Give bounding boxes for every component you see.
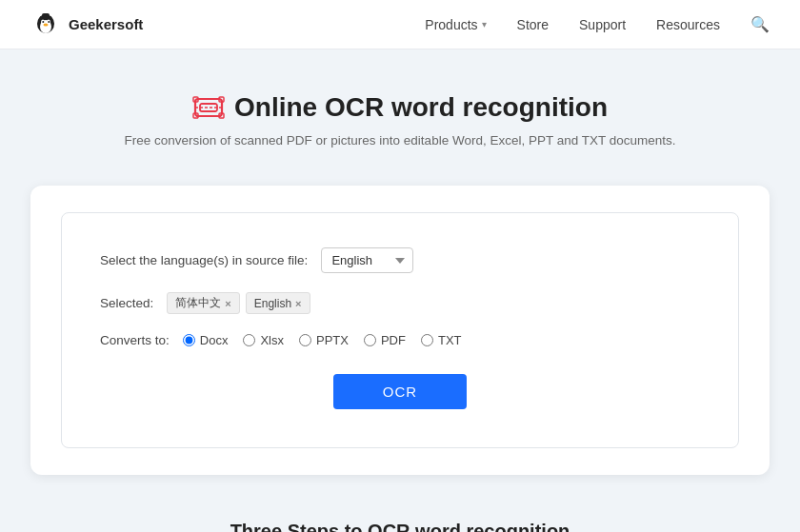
radio-docx[interactable] [183,334,195,346]
format-xlsx[interactable]: Xlsx [243,333,284,347]
logo-avatar [30,10,61,40]
main-card: Select the language(s) in source file: E… [30,186,770,475]
logo-text: Geekersoft [69,16,143,32]
chevron-down-icon: ▾ [482,19,487,30]
format-docx[interactable]: Docx [183,333,229,347]
radio-txt[interactable] [421,334,433,346]
tag-chinese-text: 简体中文 [175,295,221,311]
radio-pptx[interactable] [299,334,311,346]
tag-chinese-close[interactable]: × [225,298,230,309]
navbar: Geekersoft Products ▾ Store Support Reso… [0,0,800,49]
language-select-row: Select the language(s) in source file: E… [100,247,700,273]
tag-english-close[interactable]: × [295,298,301,309]
ocr-button-wrapper: OCR [100,374,700,409]
nav-support[interactable]: Support [579,17,626,32]
tag-english: English × [246,292,310,314]
search-icon[interactable]: 🔍 [750,15,770,33]
hero-section: Online OCR word recognition Free convers… [0,49,800,167]
nav-products[interactable]: Products ▾ [425,17,486,32]
converts-label: Converts to: [100,333,170,347]
svg-point-4 [42,21,44,23]
ocr-icon [192,91,225,124]
language-dropdown[interactable]: English 简体中文 French German Japanese [321,247,413,273]
tag-english-text: English [254,297,291,310]
language-label: Select the language(s) in source file: [100,253,308,267]
radio-xlsx[interactable] [243,334,255,346]
tag-chinese: 简体中文 × [167,292,239,314]
format-pdf[interactable]: PDF [364,333,406,347]
ocr-button[interactable]: OCR [333,374,467,409]
format-txt[interactable]: TXT [421,333,462,347]
page-title: Online OCR word recognition [19,91,781,124]
selected-label: Selected: [100,296,153,310]
radio-pdf[interactable] [364,334,376,346]
hero-subtitle: Free conversion of scanned PDF or pictur… [19,133,781,148]
navbar-nav: Products ▾ Store Support Resources 🔍 [425,15,770,33]
selected-tags-container: 简体中文 × English × [167,292,310,314]
svg-rect-8 [42,13,50,18]
bottom-section: Three Steps to OCR word recognition [0,494,800,532]
inner-card: Select the language(s) in source file: E… [61,212,739,448]
format-radio-group: Docx Xlsx PPTX PDF [183,333,462,347]
selected-tags-row: Selected: 简体中文 × English × [100,292,700,314]
svg-point-6 [44,23,49,26]
svg-point-5 [48,21,50,23]
main-card-wrapper: Select the language(s) in source file: E… [0,167,800,494]
nav-resources[interactable]: Resources [656,17,720,32]
format-pptx[interactable]: PPTX [299,333,349,347]
logo-link[interactable]: Geekersoft [30,10,143,40]
bottom-title: Three Steps to OCR word recognition [19,521,781,532]
converts-to-row: Converts to: Docx Xlsx PPTX [100,333,700,347]
nav-store[interactable]: Store [517,17,549,32]
